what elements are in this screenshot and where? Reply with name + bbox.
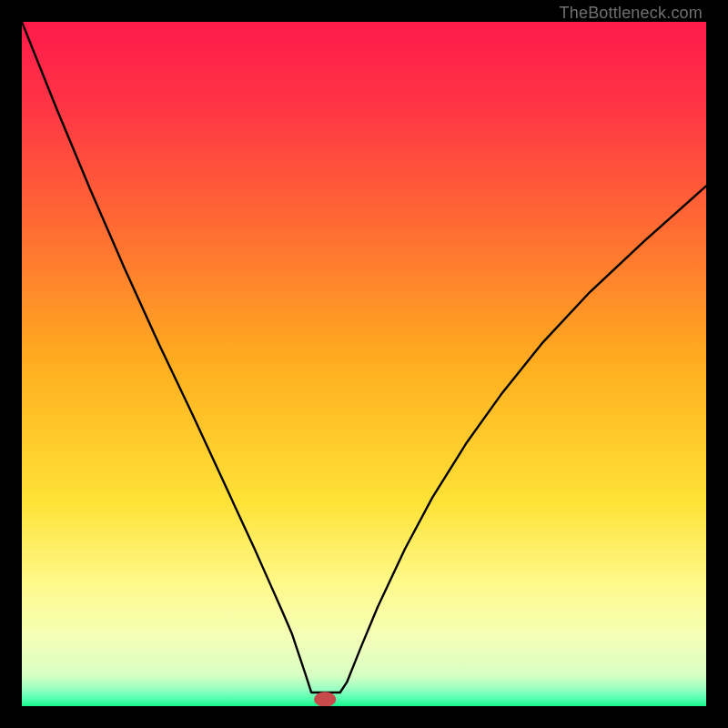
- watermark-text: TheBottleneck.com: [560, 4, 703, 23]
- chart-frame: TheBottleneck.com: [0, 0, 728, 728]
- optimum-marker: [314, 692, 336, 706]
- chart-svg: [22, 22, 706, 706]
- plot-area: [22, 22, 706, 706]
- chart-background: [22, 22, 706, 706]
